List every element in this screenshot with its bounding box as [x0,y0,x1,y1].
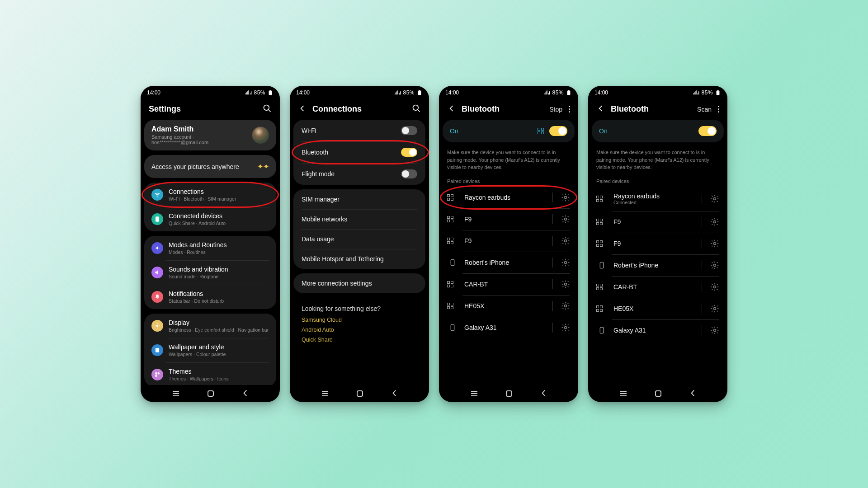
row-mobile-networks[interactable]: Mobile networks [293,209,425,229]
nav-back[interactable] [392,389,397,398]
svg-rect-0 [245,93,246,94]
bluetooth-on-row[interactable]: On [443,120,575,142]
nav-recents[interactable] [620,391,627,396]
nav-home[interactable] [655,390,661,397]
back-icon[interactable] [298,104,307,114]
nav-home[interactable] [208,390,214,397]
bluetooth-on-row[interactable]: On [592,120,724,142]
nav-back[interactable] [242,389,248,398]
row-flight-mode[interactable]: Flight mode [293,163,425,185]
toggle[interactable] [401,169,417,178]
nav-recents[interactable] [173,391,179,396]
gear-icon[interactable] [561,258,570,267]
suggest-link[interactable]: Samsung Cloud [302,317,417,323]
profile-card[interactable]: Adam Smith Samsung account · hos********… [144,120,276,150]
settings-item-modes-and-routines[interactable]: Modes and Routines Modes · Routines [144,236,276,260]
nav-back[interactable] [541,389,546,398]
modes-icon [151,242,163,254]
suggest-link[interactable]: Android Auto [302,327,417,333]
gear-icon[interactable] [561,301,570,310]
qr-scan-icon[interactable] [538,128,544,134]
android-navbar [588,385,727,402]
row-wi-fi[interactable]: Wi-Fi [293,120,425,141]
settings-item-notifications[interactable]: Notifications Status bar · Do not distur… [144,285,276,309]
avatar[interactable] [252,127,269,144]
paired-device[interactable]: Raycon earbuds [443,187,575,208]
search-icon[interactable] [412,104,421,114]
more-icon[interactable] [718,106,719,113]
gear-icon[interactable] [710,194,719,203]
svg-rect-53 [695,91,696,94]
row-bluetooth[interactable]: Bluetooth [293,141,425,163]
row-mobile-hotspot-and-tethering[interactable]: Mobile Hotspot and Tethering [293,249,425,269]
gear-icon[interactable] [710,239,719,248]
item-sub: Brightness · Eye comfort shield · Naviga… [169,327,269,333]
svg-point-43 [565,218,567,220]
bluetooth-toggle[interactable] [698,126,717,136]
paired-device[interactable]: Galaxy A31 [592,319,724,341]
settings-item-wallpaper-and-style[interactable]: Wallpaper and style Wallpapers · Colour … [144,338,276,362]
gear-icon[interactable] [710,282,719,291]
scan-action[interactable]: Scan [697,106,712,113]
gear-icon[interactable] [710,261,719,270]
gear-icon[interactable] [710,217,719,226]
settings-item-connected-devices[interactable]: Connected devices Quick Share · Android … [144,207,276,231]
settings-item-sounds-and-vibration[interactable]: Sounds and vibration Sound mode · Ringto… [144,260,276,285]
settings-content: Adam Smith Samsung account · hos********… [141,120,280,385]
toggle[interactable] [401,126,417,135]
row-more-connection-settings[interactable]: More connection settings [293,273,425,293]
settings-item-connections[interactable]: Connections Wi-Fi · Bluetooth · SIM mana… [144,183,276,207]
scan-action[interactable]: Stop [549,106,562,113]
paired-device[interactable]: F9 [592,233,724,254]
paired-device[interactable]: Robert's iPhone [443,252,575,273]
gear-icon[interactable] [710,304,719,313]
row-label: Bluetooth [302,149,328,156]
promo-card[interactable]: Access your pictures anywhere ✦✦ [144,155,276,178]
svg-rect-45 [451,259,454,266]
svg-rect-56 [698,91,699,94]
connections-header: Connections [290,98,429,120]
paired-device[interactable]: CAR-BT [443,273,575,295]
gear-icon[interactable] [561,193,570,202]
paired-device[interactable]: HE05X [443,295,575,317]
gear-icon[interactable] [561,323,570,332]
more-icon[interactable] [569,106,570,113]
gear-icon[interactable] [561,280,570,289]
svg-point-63 [714,264,716,266]
screen-settings: 14:00 85% Settings Adam Smith Samsung ac… [141,86,280,402]
paired-device[interactable]: Galaxy A31 [443,317,575,338]
bluetooth-toggle[interactable] [549,126,567,136]
svg-point-32 [413,105,419,111]
svg-rect-39 [549,91,550,94]
paired-device[interactable]: Raycon earbudsConnected. [592,187,724,211]
row-data-usage[interactable]: Data usage [293,229,425,249]
nav-back[interactable] [690,389,695,398]
paired-device[interactable]: CAR-BT [592,276,724,298]
paired-device[interactable]: HE05X [592,298,724,319]
settings-item-themes[interactable]: Themes Themes · Wallpapers · Icons [144,362,276,385]
toggle[interactable] [401,148,417,157]
gear-icon[interactable] [561,215,570,224]
nav-recents[interactable] [322,391,328,396]
gear-icon[interactable] [561,236,570,245]
settings-item-display[interactable]: Display Brightness · Eye comfort shield … [144,314,276,338]
svg-rect-27 [398,90,398,94]
gear-icon[interactable] [710,326,719,335]
svg-rect-7 [269,90,271,91]
sun-icon [151,320,163,332]
paired-device[interactable]: Robert's iPhone [592,254,724,276]
back-icon[interactable] [447,104,456,114]
back-icon[interactable] [596,104,605,114]
search-icon[interactable] [263,104,272,114]
nav-recents[interactable] [471,391,477,396]
row-sim-manager[interactable]: SIM manager [293,189,425,209]
nav-home[interactable] [506,390,512,397]
nav-home[interactable] [357,390,363,397]
svg-rect-31 [419,90,420,91]
paired-device[interactable]: F9 [592,211,724,233]
paired-device[interactable]: F9 [443,230,575,252]
svg-rect-66 [600,327,604,333]
paired-device[interactable]: F9 [443,208,575,230]
suggest-link[interactable]: Quick Share [302,337,417,343]
status-time: 14:00 [296,89,310,96]
